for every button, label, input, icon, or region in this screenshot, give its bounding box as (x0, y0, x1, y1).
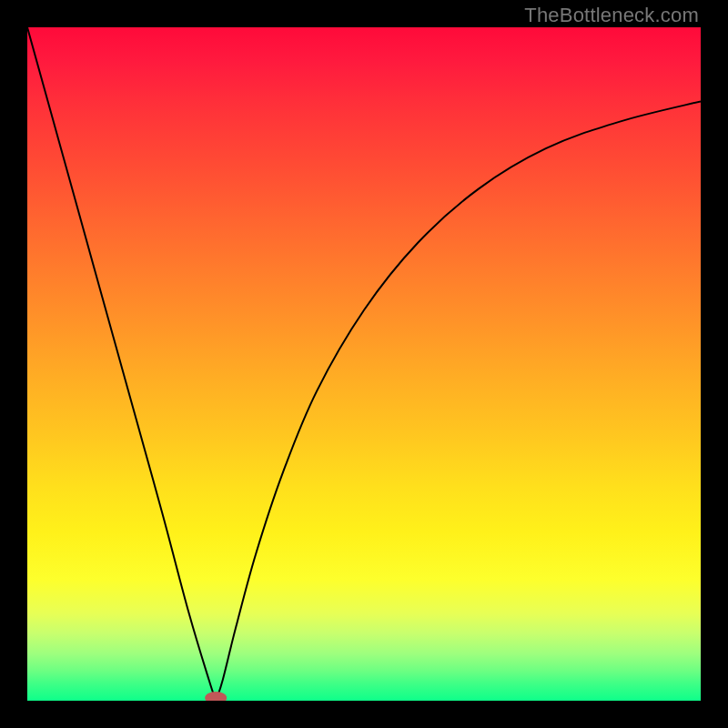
watermark-text: TheBottleneck.com (524, 4, 699, 27)
chart-container: TheBottleneck.com (0, 0, 728, 728)
vertex-marker (205, 692, 227, 701)
plot-area (27, 27, 701, 701)
curve-overlay (27, 27, 701, 701)
bottleneck-curve-right (216, 101, 701, 701)
bottleneck-curve-left (27, 27, 216, 701)
